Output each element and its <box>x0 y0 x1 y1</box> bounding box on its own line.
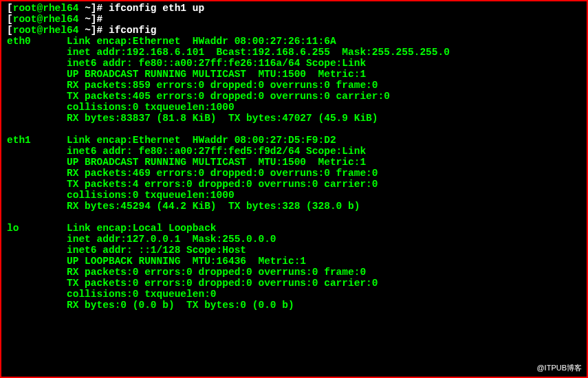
prompt-line-0[interactable]: [root@rhel64 ~]# ifconfig eth1 up <box>7 3 581 14</box>
output-eth1-2: UP BROADCAST RUNNING MULTICAST MTU:1500 … <box>7 157 581 168</box>
bracket-open: [ <box>7 14 13 25</box>
prompt-line-1[interactable]: [root@rhel64 ~]# <box>7 14 581 25</box>
output-eth0-3: UP BROADCAST RUNNING MULTICAST MTU:1500 … <box>7 69 581 80</box>
output-lo-6: collisions:0 txqueuelen:0 <box>7 289 581 300</box>
output-eth0-1: inet addr:192.168.6.101 Bcast:192.168.6.… <box>7 47 581 58</box>
user-host: root@rhel64 <box>13 25 79 36</box>
user-host: root@rhel64 <box>13 14 79 25</box>
output-eth1-3: RX packets:469 errors:0 dropped:0 overru… <box>7 168 581 179</box>
output-eth1-0: eth1 Link encap:Ethernet HWaddr 08:00:27… <box>7 135 581 146</box>
output-lo-5: TX packets:0 errors:0 dropped:0 overruns… <box>7 278 581 289</box>
output-lo-3: UP LOOPBACK RUNNING MTU:16436 Metric:1 <box>7 256 581 267</box>
output-eth1-5: collisions:0 txqueuelen:1000 <box>7 190 581 201</box>
command-0: ifconfig eth1 up <box>102 3 204 14</box>
output-lo-7: RX bytes:0 (0.0 b) TX bytes:0 (0.0 b) <box>7 300 581 311</box>
output-eth0-0: eth0 Link encap:Ethernet HWaddr 08:00:27… <box>7 36 581 47</box>
output-eth0-5: TX packets:405 errors:0 dropped:0 overru… <box>7 91 581 102</box>
command-1 <box>102 14 109 25</box>
output-lo-4: RX packets:0 errors:0 dropped:0 overruns… <box>7 267 581 278</box>
command-2: ifconfig <box>102 25 156 36</box>
output-eth1-6: RX bytes:45294 (44.2 KiB) TX bytes:328 (… <box>7 201 581 212</box>
output-lo-0: lo Link encap:Local Loopback <box>7 223 581 234</box>
cwd: ~ <box>85 14 91 25</box>
bracket-close: ]# <box>91 25 102 36</box>
output-eth0-7: RX bytes:83837 (81.8 KiB) TX bytes:47027… <box>7 113 581 124</box>
output-eth0-2: inet6 addr: fe80::a00:27ff:fe26:116a/64 … <box>7 58 581 69</box>
blank-line <box>7 212 581 223</box>
output-eth1-1: inet6 addr: fe80::a00:27ff:fed5:f9d2/64 … <box>7 146 581 157</box>
output-eth0-4: RX packets:859 errors:0 dropped:0 overru… <box>7 80 581 91</box>
bracket-close: ]# <box>91 3 102 14</box>
output-lo-2: inet6 addr: ::1/128 Scope:Host <box>7 245 581 256</box>
bracket-close: ]# <box>91 14 102 25</box>
cwd: ~ <box>85 3 91 14</box>
prompt-line-2[interactable]: [root@rhel64 ~]# ifconfig <box>7 25 581 36</box>
cwd: ~ <box>85 25 91 36</box>
output-lo-1: inet addr:127.0.0.1 Mask:255.0.0.0 <box>7 234 581 245</box>
output-eth0-6: collisions:0 txqueuelen:1000 <box>7 102 581 113</box>
watermark: @ITPUB博客 <box>534 362 584 374</box>
output-eth1-4: TX packets:4 errors:0 dropped:0 overruns… <box>7 179 581 190</box>
blank-line <box>7 124 581 135</box>
bracket-open: [ <box>7 3 13 14</box>
bracket-open: [ <box>7 25 13 36</box>
user-host: root@rhel64 <box>13 3 79 14</box>
